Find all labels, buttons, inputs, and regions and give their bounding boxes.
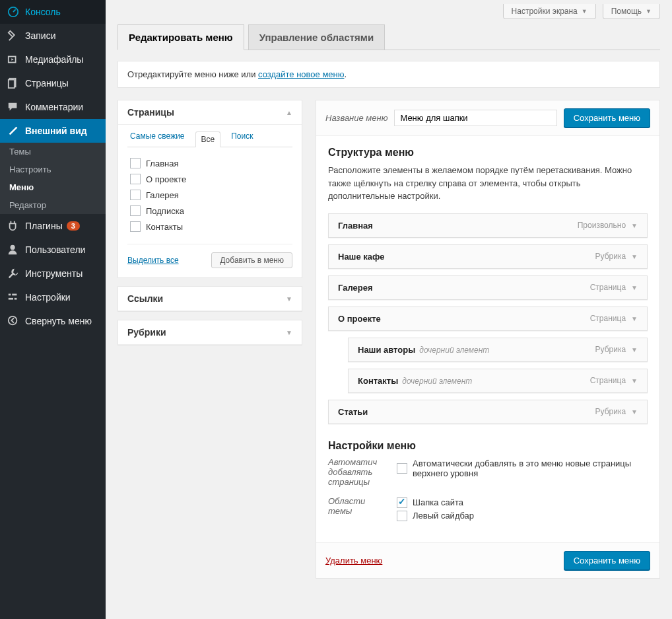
checkbox-icon[interactable] xyxy=(130,221,141,232)
page-item-label: О проекте xyxy=(146,174,186,184)
chevron-down-icon[interactable]: ▼ xyxy=(631,408,638,416)
create-menu-link[interactable]: создайте новое меню xyxy=(258,69,344,79)
sidebar-item-pin[interactable]: Записи xyxy=(0,24,106,48)
menu-structure-item[interactable]: Наше кафеРубрика ▼ xyxy=(328,244,648,269)
pages-tab-all[interactable]: Все xyxy=(195,131,221,147)
sidebar-item-comment[interactable]: Комментарии xyxy=(0,95,106,119)
sidebar-item-label: Настройки xyxy=(25,292,71,303)
sidebar-item-label: Записи xyxy=(25,30,55,41)
chevron-down-icon[interactable]: ▼ xyxy=(631,346,638,353)
tab-manage-locations[interactable]: Управление областями xyxy=(248,24,386,50)
menu-structure-item[interactable]: СтатьиРубрика ▼ xyxy=(328,400,648,424)
checkbox-icon[interactable] xyxy=(130,190,141,200)
sidebar-subitem[interactable]: Настроить xyxy=(0,161,106,178)
pages-tab-recent[interactable]: Самые свежие xyxy=(127,131,187,147)
save-menu-button-top[interactable]: Сохранить меню xyxy=(564,108,650,127)
admin-sidebar: КонсольЗаписиМедиафайлыСтраницыКомментар… xyxy=(0,0,106,619)
sidebar-subitem[interactable]: Темы xyxy=(0,143,106,161)
checkbox-icon[interactable] xyxy=(130,205,141,216)
sidebar-item-collapse[interactable]: Свернуть меню xyxy=(0,309,106,333)
sidebar-item-pages[interactable]: Страницы xyxy=(0,71,106,95)
sidebar-item-plugin[interactable]: Плагины3 xyxy=(0,214,106,238)
sidebar-item-tools[interactable]: Инструменты xyxy=(0,262,106,285)
chevron-down-icon[interactable]: ▼ xyxy=(631,253,638,260)
sidebar-item-dashboard[interactable]: Консоль xyxy=(0,0,106,24)
menu-structure-item[interactable]: ГалереяСтраница ▼ xyxy=(328,275,648,300)
update-badge: 3 xyxy=(67,221,80,231)
menu-item-type: Страница ▼ xyxy=(590,283,638,292)
checkbox-icon[interactable] xyxy=(130,158,141,168)
tools-icon xyxy=(7,267,20,280)
auto-add-option[interactable]: Автоматически добавлять в это меню новые… xyxy=(397,457,648,480)
menu-item-title: Контактыдочерний элемент xyxy=(358,376,472,386)
page-item-label: Главная xyxy=(146,159,178,168)
tab-edit-menus[interactable]: Редактировать меню xyxy=(118,24,244,50)
sidebar-item-media[interactable]: Медиафайлы xyxy=(0,48,106,71)
sidebar-item-label: Медиафайлы xyxy=(25,54,83,65)
save-menu-button-bottom[interactable]: Сохранить меню xyxy=(564,551,650,570)
chevron-down-icon[interactable]: ▼ xyxy=(631,222,638,229)
menu-settings-heading: Настройки меню xyxy=(328,440,648,452)
help-button[interactable]: Помощь▼ xyxy=(603,4,660,19)
menu-item-type: Рубрика ▼ xyxy=(595,407,638,416)
page-checkbox-item[interactable]: Главная xyxy=(130,155,292,171)
pin-icon xyxy=(7,29,20,42)
menu-item-title: Статьи xyxy=(338,407,368,417)
checkbox-icon[interactable] xyxy=(397,463,407,474)
users-icon xyxy=(7,243,20,256)
pages-tab-search[interactable]: Поиск xyxy=(228,131,255,147)
page-item-label: Контакты xyxy=(146,222,183,232)
sidebar-item-label: Инструменты xyxy=(25,268,83,279)
menu-item-title: О проекте xyxy=(338,314,381,324)
comment-icon xyxy=(7,100,20,114)
theme-location-option[interactable]: Левый сайдбар xyxy=(397,509,648,523)
select-all-link[interactable]: Выделить все xyxy=(127,256,179,265)
chevron-down-icon[interactable]: ▼ xyxy=(631,377,638,384)
checkbox-icon[interactable] xyxy=(397,511,407,521)
links-metabox-header[interactable]: Ссылки ▼ xyxy=(118,287,302,311)
chevron-down-icon[interactable]: ▼ xyxy=(631,284,638,291)
theme-location-option[interactable]: Шапка сайта xyxy=(397,496,648,509)
page-checkbox-item[interactable]: Контакты xyxy=(130,219,292,235)
sidebar-item-label: Консоль xyxy=(25,7,61,17)
sidebar-item-users[interactable]: Пользователи xyxy=(0,238,106,262)
sidebar-subitem[interactable]: Редактор xyxy=(0,196,106,214)
menu-item-type: Рубрика ▼ xyxy=(595,345,638,354)
menu-structure-item[interactable]: ГлавнаяПроизвольно ▼ xyxy=(328,213,648,238)
media-icon xyxy=(7,53,20,66)
delete-menu-link[interactable]: Удалить меню xyxy=(325,556,382,565)
dashboard-icon xyxy=(7,5,20,18)
menu-structure-description: Расположите элементы в желаемом порядке … xyxy=(328,164,648,203)
child-indicator: дочерний элемент xyxy=(402,377,472,386)
expand-icon: ▼ xyxy=(286,329,292,336)
svg-rect-7 xyxy=(9,298,13,300)
categories-metabox: Рубрики ▼ xyxy=(118,320,302,346)
sidebar-item-appearance[interactable]: Внешний вид xyxy=(0,119,106,143)
chevron-down-icon: ▼ xyxy=(582,8,588,15)
page-checkbox-item[interactable]: О проекте xyxy=(130,171,292,187)
menu-structure-item[interactable]: Контактыдочерний элементСтраница ▼ xyxy=(348,369,648,393)
categories-metabox-header[interactable]: Рубрики ▼ xyxy=(118,320,302,345)
add-to-menu-button[interactable]: Добавить в меню xyxy=(211,252,292,268)
settings-icon xyxy=(7,291,20,304)
menu-item-title: Наше кафе xyxy=(338,252,384,262)
checkbox-icon[interactable] xyxy=(397,497,407,508)
page-checkbox-item[interactable]: Подписка xyxy=(130,203,292,219)
menu-name-label: Название меню xyxy=(325,113,387,123)
checkbox-icon[interactable] xyxy=(130,174,141,184)
svg-rect-6 xyxy=(12,294,17,296)
screen-options-button[interactable]: Настройки экрана▼ xyxy=(503,4,596,19)
chevron-down-icon[interactable]: ▼ xyxy=(631,315,638,322)
svg-point-9 xyxy=(9,316,17,325)
page-checkbox-item[interactable]: Галерея xyxy=(130,187,292,203)
sidebar-item-settings[interactable]: Настройки xyxy=(0,285,106,309)
pages-metabox-header[interactable]: Страницы ▲ xyxy=(118,100,302,125)
sidebar-subitem[interactable]: Меню xyxy=(0,178,106,196)
menu-name-input[interactable] xyxy=(394,110,556,126)
menu-structure-item[interactable]: Наши авторыдочерний элементРубрика ▼ xyxy=(348,338,648,362)
menu-item-type: Страница ▼ xyxy=(590,314,638,323)
svg-point-4 xyxy=(11,245,15,250)
sidebar-item-label: Комментарии xyxy=(25,102,83,112)
chevron-down-icon: ▼ xyxy=(646,8,652,15)
menu-structure-item[interactable]: О проектеСтраница ▼ xyxy=(328,307,648,331)
